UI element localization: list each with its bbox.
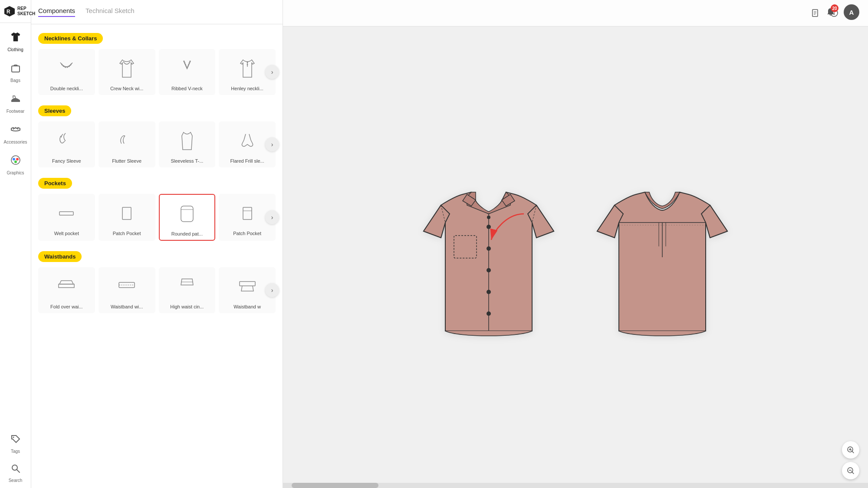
svg-point-7 (16, 158, 19, 160)
svg-point-37 (487, 290, 491, 294)
tab-components[interactable]: Components (38, 7, 75, 17)
high-waist-thumb (171, 271, 203, 302)
flutter-sleeve-label: Flutter Sleeve (112, 158, 141, 164)
sidebar-item-tags[interactable]: Tags (0, 430, 31, 458)
sidebar-item-search[interactable]: Search (0, 459, 31, 487)
patch-pocket-thumb (111, 198, 142, 229)
bags-label: Bags (10, 78, 20, 83)
fold-over-thumb (51, 271, 82, 302)
zoom-controls (842, 441, 859, 479)
graphics-icon (10, 154, 22, 169)
component-crew-neck[interactable]: Crew Neck wi... (99, 49, 155, 95)
sleeves-badge: Sleeves (38, 105, 71, 116)
waistband-w-label: Waistband w (233, 304, 261, 309)
patch-pocket2-label: Patch Pocket (233, 231, 261, 236)
svg-point-3 (13, 128, 14, 130)
svg-rect-17 (181, 206, 193, 222)
svg-rect-24 (240, 282, 255, 286)
rounded-patch-thumb (171, 198, 203, 229)
component-double-neckline[interactable]: Double neckli... (38, 49, 95, 95)
sleeveless-label: Sleeveless T-... (171, 158, 203, 164)
sleeves-scroll-btn[interactable]: › (265, 138, 279, 151)
bags-icon (10, 62, 22, 76)
sidebar-item-bags[interactable]: Bags (0, 57, 31, 87)
sidebar-item-clothing[interactable]: Clothing (0, 26, 31, 56)
component-rounded-patch[interactable]: Rounded pat... (159, 194, 216, 241)
henley-thumb (232, 53, 263, 84)
pockets-badge: Pockets (38, 178, 72, 189)
component-waistband-wi[interactable]: Waistband wi... (99, 267, 155, 313)
scrollbar-thumb (292, 483, 378, 488)
logo: R REP SKETCH (0, 0, 31, 23)
svg-point-39 (487, 216, 490, 219)
svg-rect-15 (59, 212, 73, 215)
components-panel: Components Technical Sketch Necklines & … (31, 0, 283, 488)
fancy-sleeve-label: Fancy Sleeve (52, 158, 81, 164)
tab-technical-sketch[interactable]: Technical Sketch (85, 7, 135, 17)
svg-point-34 (487, 225, 491, 229)
pockets-row: Welt pocket Patch Pocket (38, 194, 276, 241)
tags-label: Tags (11, 449, 20, 454)
icon-sidebar: R REP SKETCH Clothing Bags (0, 0, 31, 488)
sidebar-item-graphics[interactable]: Graphics (0, 150, 31, 180)
flutter-sleeve-thumb (111, 125, 142, 157)
flared-frill-label: Flared Frill sle... (230, 158, 264, 164)
svg-point-14 (247, 64, 248, 66)
zoom-out-btn[interactable] (842, 462, 859, 479)
rounded-patch-label: Rounded pat... (171, 231, 203, 236)
sidebar-item-footwear[interactable]: Footwear (0, 88, 31, 118)
notification-btn[interactable]: 20 (823, 4, 838, 20)
graphics-label: Graphics (7, 170, 24, 175)
waistband-w-thumb (232, 271, 263, 302)
svg-point-10 (12, 465, 17, 470)
component-flutter-sleeve[interactable]: Flutter Sleeve (99, 121, 155, 167)
patch-pocket-label: Patch Pocket (113, 231, 141, 236)
svg-point-13 (247, 62, 248, 63)
tags-icon (10, 434, 21, 447)
clothing-icon (10, 31, 22, 46)
svg-point-4 (17, 128, 18, 130)
component-fold-over[interactable]: Fold over wai... (38, 267, 95, 313)
waistbands-scroll-btn[interactable]: › (265, 283, 279, 297)
search-icon (10, 463, 21, 476)
ribbed-vneck-thumb (171, 53, 203, 84)
shirt-container (415, 170, 736, 344)
shirt-front (415, 170, 562, 344)
sidebar-item-accessories[interactable]: Accessories (0, 119, 31, 149)
fold-over-label: Fold over wai... (50, 304, 83, 309)
fancy-sleeve-thumb (51, 125, 82, 157)
logo-icon: R (3, 5, 16, 17)
component-patch-pocket[interactable]: Patch Pocket (99, 194, 155, 241)
accessories-icon (10, 123, 22, 138)
pockets-scroll-btn[interactable]: › (265, 210, 279, 224)
sleeves-row: Fancy Sleeve Flutter Sleeve (38, 121, 276, 167)
necklines-scroll-btn[interactable]: › (265, 65, 279, 79)
svg-point-35 (487, 246, 491, 251)
clothing-label: Clothing (7, 47, 23, 52)
canvas-area: 20 A (283, 0, 868, 488)
svg-rect-16 (122, 207, 131, 219)
svg-point-9 (13, 437, 14, 438)
footwear-label: Footwear (7, 109, 25, 114)
svg-point-38 (487, 311, 491, 316)
bottom-scrollbar[interactable] (283, 483, 868, 488)
component-high-waist[interactable]: High waist cin... (159, 267, 216, 313)
component-fancy-sleeve[interactable]: Fancy Sleeve (38, 121, 95, 167)
panel-header: Components Technical Sketch (31, 0, 283, 24)
svg-text:R: R (7, 9, 10, 15)
flared-frill-thumb (232, 125, 263, 157)
crew-neck-label: Crew Neck wi... (110, 86, 143, 91)
svg-point-36 (487, 268, 491, 272)
logo-text: REP SKETCH (17, 6, 35, 16)
document-btn[interactable] (807, 5, 823, 21)
svg-rect-19 (243, 207, 252, 219)
avatar-btn[interactable]: A (844, 4, 859, 20)
waistband-wi-thumb (111, 271, 142, 302)
double-neckline-thumb (51, 53, 82, 84)
component-welt-pocket[interactable]: Welt pocket (38, 194, 95, 241)
svg-rect-2 (12, 66, 20, 72)
component-ribbed-vneck[interactable]: Ribbed V-neck (159, 49, 216, 95)
zoom-in-btn[interactable] (842, 441, 859, 459)
component-sleeveless[interactable]: Sleeveless T-... (159, 121, 216, 167)
patch-pocket2-thumb (232, 198, 263, 229)
